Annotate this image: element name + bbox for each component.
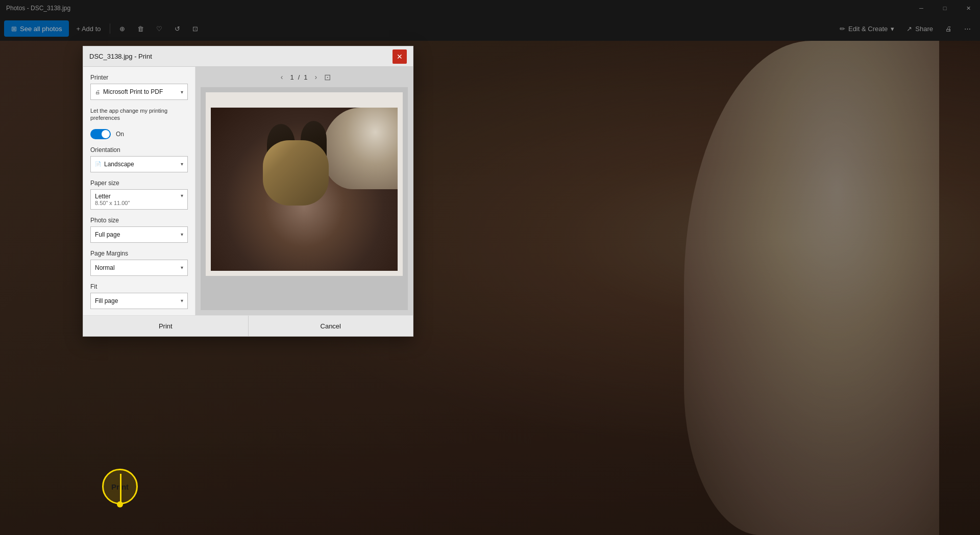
fit-label: Fit: [90, 283, 188, 290]
margins-select[interactable]: Normal ▾: [90, 260, 188, 276]
photo-size-arrow: ▾: [181, 232, 183, 237]
orientation-group: Orientation 📄 Landscape ▾: [90, 146, 188, 172]
fit-group: Fit Fill page ▾: [90, 283, 188, 309]
margins-arrow: ▾: [181, 265, 183, 270]
fit-arrow: ▾: [181, 298, 183, 303]
printer-select-icon: 🖨: [95, 89, 100, 95]
cancel-button[interactable]: Cancel: [249, 316, 413, 336]
page-total: 1: [304, 73, 307, 81]
orientation-select-value: Landscape: [104, 161, 181, 168]
print-button[interactable]: Print: [83, 316, 249, 336]
toggle-knob: [102, 130, 110, 138]
fit-value: Fill page: [95, 297, 181, 304]
dialog-titlebar: DSC_3138.jpg - Print ✕: [83, 46, 413, 67]
printer-select-value: Microsoft Print to PDF: [103, 88, 181, 95]
print-dialog: DSC_3138.jpg - Print ✕ Printer 🖨 Microso…: [83, 46, 413, 337]
toggle-on-label: On: [116, 131, 124, 138]
page-current: 1: [290, 73, 293, 81]
next-page-button[interactable]: ›: [312, 72, 321, 82]
toggle-row: Let the app change my printing preferenc…: [90, 107, 188, 122]
paper-size-value: Letter: [95, 193, 111, 200]
margins-group: Page Margins Normal ▾: [90, 250, 188, 276]
dialog-title: DSC_3138.jpg - Print: [89, 53, 152, 60]
preview-image: [211, 108, 398, 271]
margins-value: Normal: [95, 264, 181, 271]
page-separator: /: [298, 73, 300, 81]
paper-size-select[interactable]: Letter ▾ 8.50" x 11.00": [90, 189, 188, 210]
paper-size-main-row: Letter ▾: [95, 193, 183, 200]
fit-select[interactable]: Fill page ▾: [90, 293, 188, 309]
preview-area: [201, 87, 408, 310]
photo-size-group: Photo size Full page ▾: [90, 217, 188, 243]
photo-size-value: Full page: [95, 231, 181, 238]
paper-size-label: Paper size: [90, 180, 188, 187]
toggle-label-text: Let the app change my printing preferenc…: [90, 107, 184, 122]
printer-group: Printer 🖨 Microsoft Print to PDF ▾: [90, 74, 188, 100]
orientation-label: Orientation: [90, 146, 188, 154]
printer-select-arrow: ▾: [181, 89, 183, 95]
dog-face: [263, 140, 328, 206]
orientation-select-arrow: ▾: [181, 161, 183, 167]
orientation-select[interactable]: 📄 Landscape ▾: [90, 156, 188, 172]
fit-to-page-icon[interactable]: ⊡: [324, 72, 331, 82]
preview-page: [206, 92, 403, 276]
margins-label: Page Margins: [90, 250, 188, 257]
page-navigation: ‹ 1 / 1 › ⊡: [278, 72, 331, 82]
printer-label: Printer: [90, 74, 188, 81]
paper-size-group: Paper size Letter ▾ 8.50" x 11.00": [90, 180, 188, 210]
paper-size-arrow: ▾: [181, 193, 183, 200]
photo-size-label: Photo size: [90, 217, 188, 224]
preview-photo-highlight: [323, 108, 398, 189]
dialog-right-panel: ‹ 1 / 1 › ⊡: [195, 67, 413, 315]
toggle-control-row: On: [90, 129, 188, 139]
toggle-area: Let the app change my printing preferenc…: [90, 107, 188, 122]
orientation-select-icon: 📄: [95, 161, 101, 167]
dialog-body: Printer 🖨 Microsoft Print to PDF ▾ Let t…: [83, 67, 413, 315]
dialog-buttons: Print Cancel: [83, 315, 413, 336]
prev-page-button[interactable]: ‹: [278, 72, 286, 82]
printer-select[interactable]: 🖨 Microsoft Print to PDF ▾: [90, 84, 188, 100]
photo-size-select[interactable]: Full page ▾: [90, 226, 188, 243]
toggle-switch[interactable]: [90, 129, 111, 139]
dialog-left-panel: Printer 🖨 Microsoft Print to PDF ▾ Let t…: [83, 67, 195, 315]
dialog-close-button[interactable]: ✕: [393, 49, 407, 64]
paper-size-sub: 8.50" x 11.00": [95, 200, 130, 206]
